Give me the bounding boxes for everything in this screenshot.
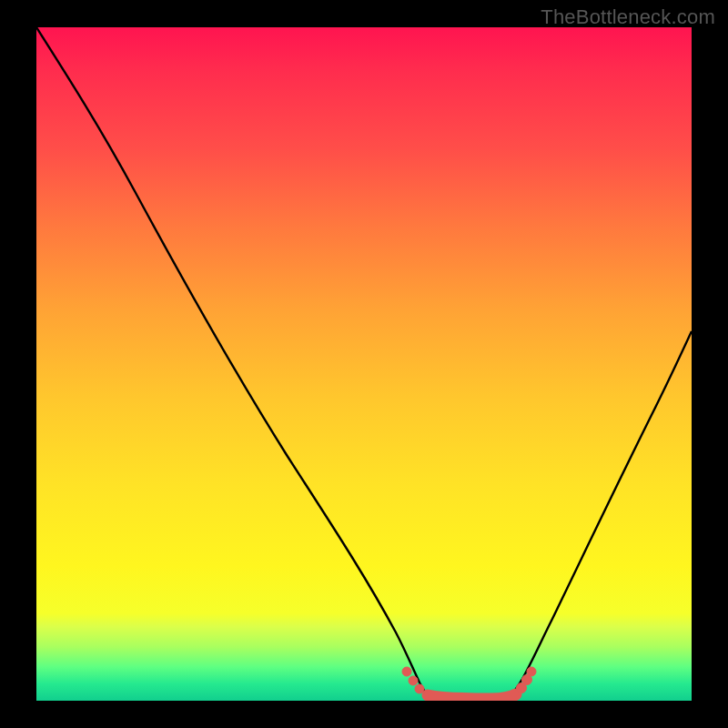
svg-point-0 xyxy=(402,667,411,676)
plot-area xyxy=(36,27,692,701)
svg-point-5 xyxy=(527,667,536,676)
bottleneck-curve xyxy=(36,27,692,701)
dot-band xyxy=(402,667,536,699)
watermark-text: TheBottleneck.com xyxy=(541,5,715,29)
svg-point-2 xyxy=(415,684,424,693)
curve-layer xyxy=(36,27,692,701)
chart-stage: TheBottleneck.com xyxy=(0,0,728,728)
svg-point-1 xyxy=(409,676,418,685)
